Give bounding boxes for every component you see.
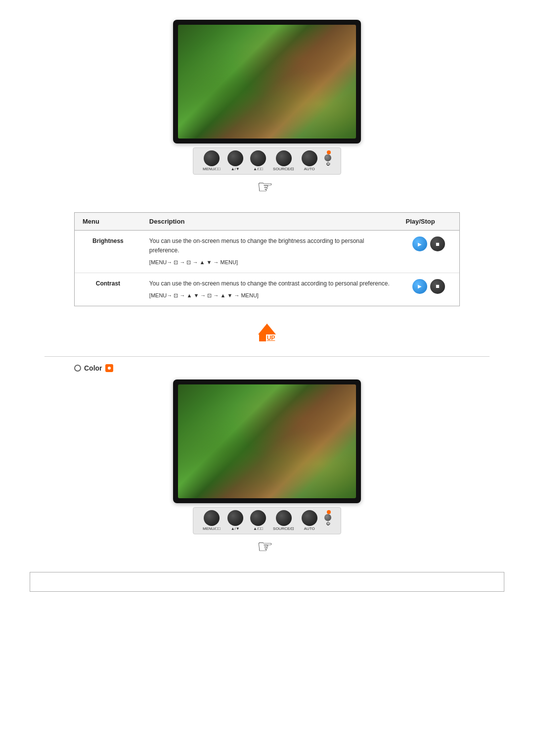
- monitor-screen-1: [178, 25, 356, 139]
- color-icon-right: [105, 364, 113, 372]
- monitor-section-2: MENU/□□ ▲/▼ ▲/□□ SOURCE/⊡ AUTO ⏻: [173, 379, 361, 557]
- play-btn-contrast[interactable]: ▶: [412, 279, 427, 294]
- btn-menu-label: MENU/□□: [203, 167, 220, 172]
- btn-group-enter: ▲/□□: [250, 150, 266, 172]
- btn-power-label-2: ⏻: [326, 522, 330, 526]
- btn-enter-label-2: ▲/□□: [253, 527, 263, 531]
- play-stop-contrast: ▶ ⏹: [398, 273, 460, 305]
- btn-auto-label: AUTO: [304, 167, 315, 172]
- btn-enter-label: ▲/□□: [253, 167, 263, 172]
- btn-auto-label-2: AUTO: [304, 527, 315, 531]
- monitor-frame-1: [173, 20, 361, 143]
- btn-source-2[interactable]: [276, 510, 292, 526]
- btn-group-auto-2: AUTO: [302, 510, 317, 531]
- hand-cursor-1: ☞: [257, 177, 273, 197]
- monitor-frame-2: [173, 379, 361, 503]
- monitor-section-1: MENU/□□ ▲/▼ ▲/□□ SOURCE/⊡ AUTO ⏻: [173, 20, 361, 197]
- btn-group-menu-2: MENU/□□: [203, 510, 220, 531]
- menu-brightness: Brightness: [75, 231, 141, 273]
- btn-group-updown: ▲/▼: [227, 150, 243, 172]
- play-btn-brightness[interactable]: ▶: [412, 236, 427, 251]
- desc-contrast: You can use the on-screen menus to chang…: [141, 273, 398, 305]
- up-label: UP: [267, 334, 275, 341]
- power-indicator-2: [327, 510, 331, 514]
- brightness-desc-main: You can use the on-screen menus to chang…: [149, 236, 390, 255]
- btn-auto-2[interactable]: [302, 510, 317, 526]
- up-arrow: UP: [258, 324, 276, 341]
- btn-power-2[interactable]: [324, 514, 331, 521]
- up-arrow-body: [259, 334, 266, 341]
- contrast-desc-main: You can use the on-screen menus to chang…: [149, 279, 390, 288]
- btn-auto[interactable]: [302, 150, 317, 166]
- color-icon-left: [74, 365, 81, 372]
- table-row: Brightness You can use the on-screen men…: [75, 231, 459, 273]
- btn-updown-label-2: ▲/▼: [231, 527, 240, 531]
- btn-source[interactable]: [276, 150, 292, 166]
- hand-cursor-2: ☞: [257, 536, 273, 557]
- up-arrow-head: [258, 324, 276, 334]
- svg-point-0: [108, 367, 111, 370]
- btn-updown[interactable]: [227, 150, 243, 166]
- play-stop-brightness: ▶ ⏹: [398, 231, 460, 273]
- button-panel-1: MENU/□□ ▲/▼ ▲/□□ SOURCE/⊡ AUTO ⏻: [193, 147, 341, 175]
- btn-power[interactable]: [324, 154, 331, 161]
- btn-menu-2[interactable]: [204, 510, 220, 526]
- section-divider: [44, 356, 490, 357]
- btn-updown-2[interactable]: [227, 510, 243, 526]
- play-btns-brightness: ▶ ⏹: [406, 236, 452, 251]
- btn-group-auto: AUTO: [302, 150, 317, 172]
- color-label: Color: [84, 364, 102, 372]
- btn-menu[interactable]: [204, 150, 220, 166]
- btn-power-label: ⏻: [326, 162, 330, 167]
- btn-updown-label: ▲/▼: [231, 167, 240, 172]
- btn-group-power-2: ⏻: [324, 515, 331, 526]
- desc-brightness: You can use the on-screen menus to chang…: [141, 231, 398, 273]
- stop-btn-contrast[interactable]: ⏹: [430, 279, 445, 294]
- th-play-stop: Play/Stop: [398, 213, 460, 231]
- btn-source-label-2: SOURCE/⊡: [273, 527, 294, 531]
- button-panel-2: MENU/□□ ▲/▼ ▲/□□ SOURCE/⊡ AUTO ⏻: [193, 507, 341, 534]
- btn-group-source: SOURCE/⊡: [273, 150, 294, 172]
- btn-source-label: SOURCE/⊡: [273, 167, 294, 172]
- brightness-desc-instruction: [MENU→ ⊡ → ⊡ → ▲ ▼ → MENU]: [149, 258, 390, 267]
- table-row: Contrast You can use the on-screen menus…: [75, 273, 459, 305]
- menu-table: Menu Description Play/Stop Brightness Yo…: [74, 212, 460, 306]
- power-indicator: [327, 150, 331, 154]
- btn-menu-label-2: MENU/□□: [203, 527, 220, 531]
- monitor-screen-2: [178, 384, 356, 498]
- contrast-desc-instruction: [MENU→ ⊡ → ▲ ▼ → ⊡ → ▲ ▼ → MENU]: [149, 291, 390, 300]
- btn-group-updown-2: ▲/▼: [227, 510, 243, 531]
- btn-enter-2[interactable]: [250, 510, 266, 526]
- stop-btn-brightness[interactable]: ⏹: [430, 236, 445, 251]
- btn-group-source-2: SOURCE/⊡: [273, 510, 294, 531]
- play-btns-contrast: ▶ ⏹: [406, 279, 452, 294]
- th-menu: Menu: [75, 213, 141, 231]
- btn-group-menu: MENU/□□: [203, 150, 220, 172]
- btn-enter[interactable]: [250, 150, 266, 166]
- up-arrow-section: UP: [258, 324, 276, 341]
- btn-group-enter-2: ▲/□□: [250, 510, 266, 531]
- th-description: Description: [141, 213, 398, 231]
- bottom-border-box: [30, 572, 504, 592]
- color-section-header: Color: [74, 364, 460, 372]
- menu-contrast: Contrast: [75, 273, 141, 305]
- color-camera-icon: [107, 366, 112, 371]
- btn-group-power: ⏻: [324, 155, 331, 167]
